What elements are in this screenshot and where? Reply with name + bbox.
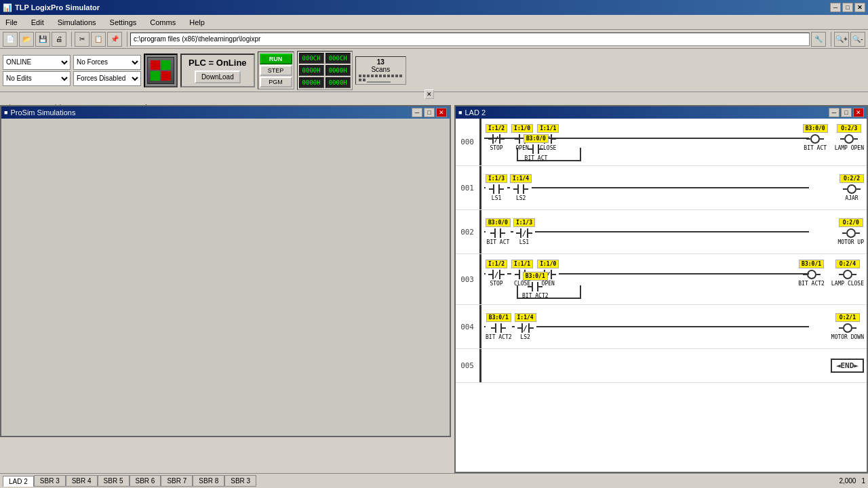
coil-motorup-002[interactable]: O:2/0 MOTOR UP — [837, 218, 864, 245]
scans-label: Scans — [371, 66, 390, 73]
path-input[interactable] — [130, 33, 810, 46]
open-button[interactable]: 📂 — [19, 32, 34, 47]
tab-sbr7[interactable]: SBR 7 — [161, 475, 193, 487]
coil-bitact-name: BIT ACT — [804, 145, 827, 151]
coil-bitact-000[interactable]: B3:0/0 BIT ACT — [803, 124, 828, 151]
branch-003: B3:0/1 BIT ACT2 — [517, 260, 581, 299]
lad-title-buttons: ─ □ ✕ — [829, 108, 864, 117]
nc-slash: / — [494, 270, 499, 279]
contact-stop-000[interactable]: I:1/2 / STOP — [486, 124, 507, 151]
menu-help[interactable]: Help — [186, 17, 208, 28]
coil-circle — [810, 134, 820, 144]
ls2nc-addr-004: I:1/4 — [515, 313, 536, 322]
b1 — [532, 282, 533, 291]
contact-ls1-001[interactable]: I:1/3 LS1 — [486, 174, 507, 201]
tab-sbr6[interactable]: SBR 6 — [130, 475, 161, 487]
sim-minimize[interactable]: ─ — [412, 108, 422, 117]
paste-button[interactable]: 📌 — [107, 32, 122, 47]
tab-sbr5[interactable]: SBR 5 — [98, 475, 130, 487]
run-panel: RUN STEP PGM — [258, 52, 294, 89]
tab-sbr4[interactable]: SBR 4 — [66, 475, 98, 487]
sim-title-label: ProSim Simulations — [10, 108, 75, 117]
tab-sbr3b[interactable]: SBR 3 — [224, 475, 256, 487]
save-button[interactable]: 💾 — [35, 32, 50, 47]
coil-lampopen-sym — [840, 133, 858, 145]
lad-window: ■ LAD 2 ─ □ ✕ 000 I:1/2 — [454, 105, 868, 473]
minimize-button[interactable]: ─ — [830, 3, 841, 12]
close-button[interactable]: ✕ — [854, 3, 865, 12]
menu-settings[interactable]: Settings — [107, 17, 140, 28]
lad-minimize[interactable]: ─ — [829, 108, 840, 117]
zoom-in-button[interactable]: 🔍+ — [834, 32, 849, 47]
separator-2 — [125, 32, 127, 47]
l2 — [500, 274, 505, 275]
end-label: ◄END► — [831, 359, 864, 373]
l1 — [842, 232, 846, 234]
contact-bitact-002[interactable]: B3:0/0 BIT ACT — [486, 218, 511, 245]
step-button[interactable]: STEP — [260, 65, 292, 76]
pgm-button[interactable]: PGM — [260, 77, 292, 87]
coil-bitact-addr: B3:0/0 — [803, 124, 828, 133]
contact-ls2-001[interactable]: I:1/4 LS2 — [510, 174, 532, 201]
tab-sbr8[interactable]: SBR 8 — [193, 475, 224, 487]
forces-status-dropdown[interactable]: Forces Disabled — [73, 71, 141, 86]
coil-bitact2-003[interactable]: B3:0/1 BIT ACT2 — [798, 260, 825, 287]
l2 — [501, 232, 505, 234]
plc-status-panel: PLC = OnLine DownLoad — [180, 54, 255, 87]
hex-3: 0000H — [299, 65, 324, 76]
coil-ajar-001[interactable]: O:2/2 AJAR — [840, 174, 864, 201]
contact-stop-003[interactable]: I:1/2 / STOP — [486, 260, 507, 287]
ls2-addr: I:1/4 — [510, 174, 532, 183]
browse-button[interactable]: 🔧 — [811, 32, 826, 47]
mode-group: ONLINE No Edits — [3, 55, 71, 86]
sim-title-left: ■ ProSim Simulations — [4, 108, 75, 117]
status-close[interactable]: ✕ — [425, 89, 434, 99]
bitact-branch-000[interactable]: B3:0/0 BIT ACT — [524, 134, 549, 161]
menu-simulations[interactable]: Simulations — [55, 17, 99, 28]
zoom-out-button[interactable]: 🔍- — [850, 32, 865, 47]
mode-dropdown[interactable]: ONLINE — [3, 55, 71, 70]
ls2nc-name-004: LS2 — [515, 334, 536, 340]
l2 — [820, 138, 824, 140]
tab-sbr3[interactable]: SBR 3 — [34, 475, 66, 487]
copy-button[interactable]: 📋 — [91, 32, 106, 47]
coil-lampclose-003[interactable]: O:2/4 LAMP CLOSE — [831, 260, 864, 287]
line-2 — [500, 138, 505, 140]
l2 — [502, 327, 506, 329]
edits-dropdown[interactable]: No Edits — [3, 71, 71, 86]
ls1-addr: I:1/3 — [486, 174, 507, 183]
status-bar: LAD 2 SBR 3 SBR 4 SBR 5 SBR 6 SBR 7 SBR … — [0, 473, 868, 488]
coil-lampopen-000[interactable]: O:2/3 LAMP OPEN — [835, 124, 864, 151]
sim-maximize[interactable]: □ — [424, 108, 435, 117]
menu-edit[interactable]: Edit — [28, 17, 47, 28]
tab-lad2[interactable]: LAD 2 — [3, 476, 34, 487]
menu-file[interactable]: File — [3, 17, 20, 28]
coil-motordown-sym — [839, 322, 856, 334]
download-button[interactable]: DownLoad — [195, 70, 241, 83]
menu-comms[interactable]: Comms — [147, 17, 178, 28]
bitact2-branch[interactable]: B3:0/1 BIT ACT2 — [522, 272, 549, 299]
contact-bitact2-004[interactable]: B3:0/1 BIT ACT2 — [486, 313, 512, 340]
coil-motordown-004[interactable]: O:2/1 MOTOR DOWN — [831, 313, 864, 340]
new-button[interactable]: 📄 — [3, 32, 18, 47]
rung-000-number: 000 — [456, 119, 481, 165]
lad-maximize[interactable]: □ — [841, 108, 852, 117]
maximize-button[interactable]: □ — [842, 3, 853, 12]
forces-dropdown[interactable]: No Forces — [73, 55, 141, 70]
run-button[interactable]: RUN — [260, 54, 292, 64]
print-button[interactable]: 🖨 — [52, 32, 66, 47]
contact-ls1nc-002[interactable]: I:1/3 / LS1 — [513, 218, 535, 245]
b1 — [495, 323, 496, 333]
l2 — [524, 188, 528, 190]
cut-button[interactable]: ✂ — [75, 32, 90, 47]
page-num: 1 — [861, 477, 865, 485]
coil-motorup-name: MOTOR UP — [837, 239, 864, 245]
coil-circle — [843, 270, 852, 279]
lad-close[interactable]: ✕ — [853, 108, 864, 117]
contact-ls2nc-004[interactable]: I:1/4 / LS2 — [515, 313, 536, 340]
l2 — [852, 327, 856, 329]
sim-close[interactable]: ✕ — [436, 108, 447, 117]
rung-003-contacts: I:1/2 / STOP I:1/1 — [484, 260, 864, 287]
lad-content[interactable]: 000 I:1/2 / — [456, 119, 867, 472]
ls1nc-sym: / — [516, 227, 532, 239]
